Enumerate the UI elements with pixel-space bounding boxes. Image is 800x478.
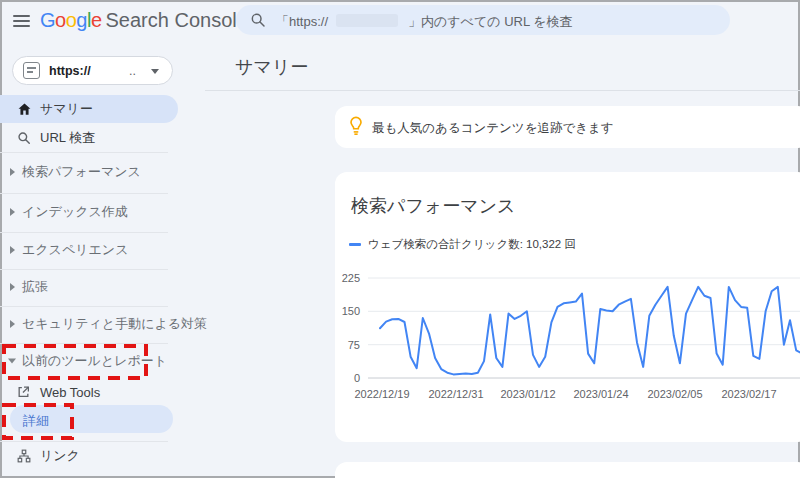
chevron-down-icon (8, 359, 16, 364)
redacted-domain (336, 14, 398, 27)
sidebar-item-label: Web Tools (40, 385, 100, 400)
x-tick: 2023/01/12 (492, 388, 564, 400)
sidebar-item-experience[interactable]: エクスペリエンス (0, 238, 178, 262)
sidebar-item-label: インデックス作成 (22, 203, 128, 221)
x-tick: 2023/01/24 (565, 388, 637, 400)
legend-label: ウェブ検索の合計クリック数: 10,322 回 (368, 237, 576, 252)
y-tick: 75 (335, 339, 360, 351)
search-icon (250, 12, 266, 28)
y-tick: 150 (335, 305, 360, 317)
x-tick: 2023/02/17 (713, 388, 785, 400)
chevron-right-icon (10, 208, 15, 216)
property-masked: .. (129, 64, 136, 78)
url-prefix-property-icon (23, 62, 40, 79)
menu-icon[interactable] (13, 15, 30, 28)
sidebar-divider (0, 152, 168, 153)
tip-banner: 最も人気のあるコンテンツを追跡できます (335, 106, 800, 148)
property-selector[interactable]: https:// .. (12, 56, 173, 85)
home-icon (17, 102, 32, 117)
sidebar-divider (0, 441, 168, 442)
content-divider (205, 90, 800, 91)
sidebar-item-label: セキュリティと手動による対策 (22, 315, 207, 333)
chart-title: 検索パフォーマンス (351, 194, 516, 218)
sidebar-divider (0, 343, 168, 344)
chevron-down-icon (151, 69, 159, 74)
sidebar-item-web-tools[interactable]: Web Tools (0, 381, 178, 403)
search-placeholder-suffix: 」内のすべての URL を検査 (408, 13, 573, 31)
next-card-stub (335, 462, 800, 478)
x-tick: 2022/12/31 (420, 388, 492, 400)
sidebar-item-label: 詳細 (23, 412, 49, 430)
sidebar-divider (0, 306, 168, 307)
sidebar-item-indexing[interactable]: インデックス作成 (0, 200, 178, 224)
x-tick: 2022/12/19 (346, 388, 418, 400)
sidebar-divider (0, 232, 168, 233)
app-logo: GoogleSearch Console (40, 9, 248, 32)
tip-text: 最も人気のあるコンテンツを追跡できます (372, 120, 614, 137)
chart-legend: ウェブ検索の合計クリック数: 10,322 回 (349, 237, 576, 252)
product-name: Search Console (106, 9, 248, 31)
clicks-chart-plot[interactable] (340, 270, 800, 382)
search-icon (17, 131, 31, 145)
sidebar-item-label: 拡張 (22, 278, 48, 296)
chevron-right-icon (10, 283, 15, 291)
links-icon (17, 449, 31, 463)
search-placeholder-prefix: 「https:// (276, 13, 328, 31)
search-performance-card: 検索パフォーマンス ウェブ検索の合計クリック数: 10,322 回 225 15… (335, 172, 800, 442)
sidebar-item-search-performance[interactable]: 検索パフォーマンス (0, 160, 178, 184)
chevron-right-icon (10, 168, 15, 176)
sidebar-item-links[interactable]: リンク (0, 445, 178, 467)
sidebar-item-label: URL 検査 (40, 129, 95, 147)
chevron-right-icon (10, 246, 15, 254)
sidebar-divider (0, 269, 168, 270)
y-tick: 225 (335, 272, 360, 284)
sidebar-item-label: 以前のツールとレポート (22, 352, 167, 370)
external-link-icon (17, 386, 30, 399)
clicks-polyline (380, 287, 800, 375)
app-window: GoogleSearch Console 「https:// 」内のすべての U… (0, 0, 800, 478)
sidebar-item-security-manual-actions[interactable]: セキュリティと手動による対策 (0, 312, 178, 336)
url-inspect-search-input[interactable]: 「https:// 」内のすべての URL を検査 (236, 5, 730, 35)
property-label: https:// (49, 64, 91, 78)
sidebar-item-legacy-tools[interactable]: 以前のツールとレポート (0, 349, 178, 373)
sidebar-item-label: エクスペリエンス (22, 241, 128, 259)
sidebar-item-url-inspection[interactable]: URL 検査 (0, 125, 178, 151)
page-title: サマリー (235, 55, 308, 79)
x-tick: 2023/02/05 (639, 388, 711, 400)
sidebar-item-label: 検索パフォーマンス (22, 163, 141, 181)
sidebar-item-enhancements[interactable]: 拡張 (0, 275, 178, 299)
sidebar-item-label: サマリー (40, 100, 93, 118)
chevron-right-icon (10, 320, 15, 328)
legend-line-swatch (349, 243, 361, 246)
lightbulb-icon (348, 116, 364, 140)
sidebar-item-label: リンク (40, 447, 80, 465)
y-tick: 0 (335, 372, 360, 384)
sidebar-divider (0, 193, 168, 194)
sidebar-item-summary[interactable]: サマリー (0, 95, 178, 123)
sidebar-item-details[interactable]: 詳細 (10, 405, 173, 433)
